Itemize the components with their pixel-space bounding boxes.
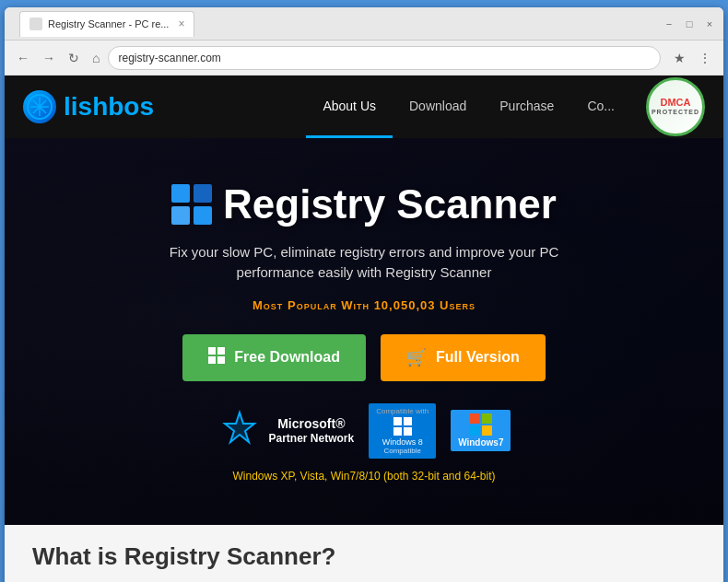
hero-title: Registry Scanner — [143, 181, 585, 227]
win8-badge: Compatible with Windows 8 Compatible — [369, 403, 436, 459]
logo-icon — [23, 90, 56, 123]
browser-toolbar: ← → ↻ ⌂ ★ ⋮ — [5, 41, 723, 76]
nav-purchase[interactable]: Purchase — [483, 76, 570, 138]
compat-text: Windows XP, Vista, Win7/8/10 (both 32-bi… — [143, 470, 585, 483]
nav-download[interactable]: Download — [393, 76, 483, 138]
full-version-button[interactable]: 🛒 Full Version — [381, 334, 546, 381]
bookmark-icon[interactable]: ★ — [668, 47, 690, 69]
hero-badges: Microsoft® Partner Network Compatible wi… — [143, 403, 585, 459]
toolbar-icons: ★ ⋮ — [668, 47, 716, 69]
hero-content: Registry Scanner Fix your slow PC, elimi… — [124, 163, 604, 501]
svg-rect-4 — [217, 356, 225, 364]
hero-section: Registry Scanner Fix your slow PC, elimi… — [5, 138, 723, 525]
refresh-button[interactable]: ↻ — [64, 47, 84, 69]
home-button[interactable]: ⌂ — [88, 47, 104, 69]
dmca-badge: DMCA PROTECTED — [646, 77, 705, 136]
registry-icon — [171, 184, 212, 225]
free-download-button[interactable]: Free Download — [182, 334, 366, 381]
hero-subtitle: Fix your slow PC, eliminate registry err… — [143, 242, 585, 284]
nav-about[interactable]: About Us — [306, 76, 393, 138]
svg-rect-2 — [217, 347, 225, 355]
tab-close-button[interactable]: × — [178, 17, 184, 30]
ms-partner-logo — [217, 409, 262, 453]
dmca-protected-text: PROTECTED — [652, 109, 699, 116]
browser-window: Registry Scanner - PC re... × − □ × ← → … — [5, 7, 723, 582]
dmca-text: DMCA — [661, 97, 691, 109]
what-title: What is Registry Scanner? — [32, 542, 335, 571]
forward-button[interactable]: → — [38, 47, 60, 69]
microsoft-partner-badge: Microsoft® Partner Network — [217, 409, 355, 453]
maximize-button[interactable]: □ — [683, 17, 696, 30]
hero-buttons: Free Download 🛒 Full Version — [143, 334, 585, 381]
browser-tab[interactable]: Registry Scanner - PC re... × — [19, 11, 194, 37]
website-content: lishbos About Us Download Purchase Co...… — [5, 76, 723, 582]
tab-title: Registry Scanner - PC re... — [48, 18, 169, 29]
svg-rect-1 — [208, 347, 216, 355]
windows-icon — [208, 347, 225, 368]
cart-icon: 🛒 — [406, 347, 427, 367]
nav-contact[interactable]: Co... — [570, 76, 631, 138]
win7-badge: Windows7 — [451, 410, 511, 451]
hero-users: Most Popular With 10,050,03 Users — [143, 298, 585, 312]
window-controls: − □ × — [663, 17, 716, 30]
site-nav: About Us Download Purchase Co... DMCA PR… — [306, 76, 705, 138]
site-header: lishbos About Us Download Purchase Co...… — [5, 76, 723, 138]
minimize-button[interactable]: − — [663, 17, 675, 30]
back-button[interactable]: ← — [12, 47, 34, 69]
ms-text: Microsoft® Partner Network — [269, 416, 355, 445]
users-count: 10,050,03 — [374, 298, 436, 312]
address-bar[interactable] — [108, 46, 661, 70]
close-button[interactable]: × — [703, 17, 716, 30]
what-section: What is Registry Scanner? — [5, 525, 723, 582]
tab-favicon — [29, 17, 42, 30]
menu-icon[interactable]: ⋮ — [694, 47, 716, 69]
tab-bar: Registry Scanner - PC re... × — [19, 11, 663, 37]
browser-titlebar: Registry Scanner - PC re... × − □ × — [5, 7, 723, 41]
logo-text: lishbos — [64, 92, 154, 122]
site-logo[interactable]: lishbos — [23, 90, 154, 123]
svg-rect-3 — [208, 356, 216, 364]
